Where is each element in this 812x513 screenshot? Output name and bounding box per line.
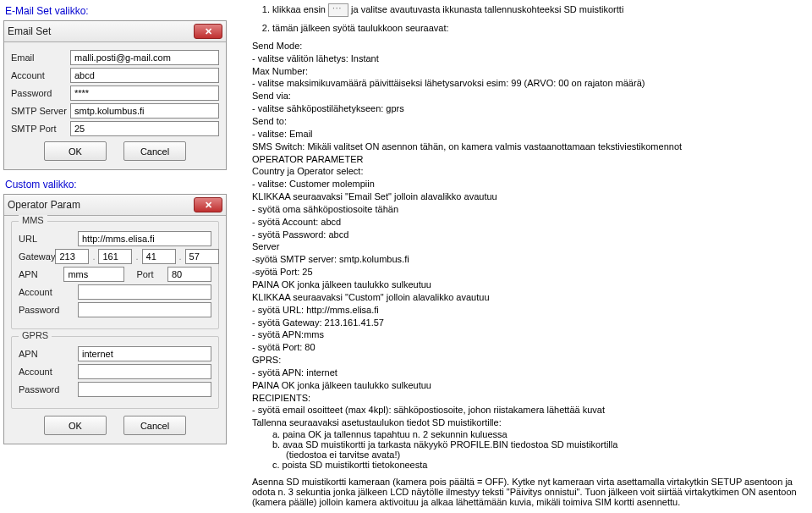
instruction-line: Server xyxy=(252,240,805,253)
gprs-group: GPRS APN Account Password xyxy=(11,336,219,409)
mms-url-field[interactable] xyxy=(78,231,211,246)
instruction-step-1: klikkaa ensin ja valitse avautuvasta ikk… xyxy=(272,3,805,17)
instruction-line: Country ja Operator select: xyxy=(252,165,805,178)
instruction-line: Max Number: xyxy=(252,65,805,78)
password-label: Password xyxy=(11,88,70,98)
instruction-line: Tallenna seuraavaksi asetustaulukon tied… xyxy=(252,416,805,429)
smtp-server-field[interactable] xyxy=(70,103,219,119)
mms-apn-label: APN xyxy=(19,269,63,279)
step1-text-b: ja valitse avautuvasta ikkunasta tallenn… xyxy=(351,4,623,14)
smtp-port-label: SMTP Port xyxy=(11,124,70,134)
instruction-line: KLIKKAA seuraavaksi "Custom" jolloin ala… xyxy=(252,291,805,304)
instruction-line: - valitse välitön lähetys: Instant xyxy=(252,52,805,65)
instruction-line: KLIKKAA seuraavaksi "Email Set" jolloin … xyxy=(252,190,805,203)
mms-account-field[interactable] xyxy=(78,284,211,300)
gprs-apn-label: APN xyxy=(19,349,78,359)
mms-port-label: Port xyxy=(136,269,167,279)
mms-apn-field[interactable] xyxy=(63,267,124,282)
instruction-line: - syötä Account: abcd xyxy=(252,216,805,229)
mms-url-label: URL xyxy=(19,234,78,244)
gateway-2-field[interactable] xyxy=(98,249,132,264)
instruction-line: PAINA OK jonka jälkeen taulukko sulkeutu… xyxy=(252,379,805,392)
instruction-line: -syötä Port: 25 xyxy=(252,266,805,279)
gprs-account-label: Account xyxy=(19,367,78,377)
gprs-password-field[interactable] xyxy=(78,382,211,397)
instruction-line: - valitse sähköpostilähetykseen: gprs xyxy=(252,102,805,115)
dot-icon: . xyxy=(179,251,182,262)
operator-param-window: Operator Param ✕ MMS URL Gateway . . . xyxy=(3,194,227,444)
footer-paragraph: Asenna SD muistikortti kameraan (kamera … xyxy=(252,477,805,507)
mms-password-label: Password xyxy=(19,305,78,315)
instruction-line: - valitse maksimikuvamäärä päivittäiseks… xyxy=(252,77,805,90)
substep-a: a. paina OK ja tallennus tapahtuu n. 2 s… xyxy=(252,429,805,439)
gateway-4-field[interactable] xyxy=(185,249,219,264)
instruction-line: OPERATOR PARAMETER xyxy=(252,153,805,166)
gprs-account-field[interactable] xyxy=(78,364,211,379)
operator-param-titlebar[interactable]: Operator Param ✕ xyxy=(4,195,226,216)
smtp-port-field[interactable] xyxy=(70,121,219,136)
instruction-line: - syötä URL: http://mms.elisa.fi xyxy=(252,304,805,317)
mms-legend: MMS xyxy=(19,215,47,225)
gprs-legend: GPRS xyxy=(19,330,52,340)
instruction-line: - syötä Gateway: 213.161.41.57 xyxy=(252,317,805,329)
instruction-line: SMS Switch: Mikäli valitset ON asennon t… xyxy=(252,141,805,153)
email-set-window: Email Set ✕ Email Account Password SMTP … xyxy=(3,20,227,170)
close-icon[interactable]: ✕ xyxy=(194,197,222,212)
substep-b-note: (tiedostoa ei tarvitse avata!) xyxy=(252,450,805,460)
email-set-heading: E-Mail Set valikko: xyxy=(5,5,232,17)
substep-c: c. poista SD muistikortti tietokoneesta xyxy=(252,460,805,470)
gprs-apn-field[interactable] xyxy=(78,346,211,361)
gateway-3-field[interactable] xyxy=(142,249,176,264)
step1-text-a: klikkaa ensin xyxy=(272,4,328,14)
cancel-button[interactable]: Cancel xyxy=(123,416,186,435)
instruction-line: - syötä Port: 80 xyxy=(252,341,805,354)
mms-group: MMS URL Gateway . . . APN Port xyxy=(11,221,219,329)
operator-param-title: Operator Param xyxy=(8,199,80,211)
ok-button[interactable]: OK xyxy=(44,416,107,435)
instruction-line: RECIPIENTS: xyxy=(252,392,805,405)
close-icon[interactable]: ✕ xyxy=(194,24,222,39)
ok-button[interactable]: OK xyxy=(44,141,107,161)
account-label: Account xyxy=(11,70,70,80)
cancel-button[interactable]: Cancel xyxy=(123,141,186,161)
email-set-title: Email Set xyxy=(8,25,51,37)
instruction-line: Send Mode: xyxy=(252,40,805,52)
instruction-line: - valitse: Email xyxy=(252,128,805,141)
instruction-line: Send via: xyxy=(252,90,805,102)
dot-icon: . xyxy=(92,251,95,262)
instruction-line: PAINA OK jonka jälkeen taulukko sulkeutu… xyxy=(252,279,805,291)
email-field[interactable] xyxy=(70,50,219,65)
account-field[interactable] xyxy=(70,68,219,83)
custom-heading: Custom valikko: xyxy=(5,179,232,190)
dot-icon: . xyxy=(135,251,138,262)
instruction-line: GPRS: xyxy=(252,354,805,367)
instruction-line: - valitse: Customer molempiin xyxy=(252,178,805,190)
mms-gateway-label: Gateway xyxy=(19,251,55,262)
instruction-line: -syötä SMTP server: smtp.kolumbus.fi xyxy=(252,253,805,266)
browse-button-icon xyxy=(328,3,348,17)
mms-password-field[interactable] xyxy=(78,302,211,317)
gprs-password-label: Password xyxy=(19,384,78,394)
instruction-step-2: tämän jälkeen syötä taulukkoon seuraavat… xyxy=(272,22,805,35)
smtp-server-label: SMTP Server xyxy=(11,106,70,116)
substep-b: b. avaa SD muistikortti ja tarkasta näky… xyxy=(252,439,805,450)
mms-account-label: Account xyxy=(19,287,78,297)
email-set-titlebar[interactable]: Email Set ✕ xyxy=(4,21,226,42)
gateway-1-field[interactable] xyxy=(55,249,89,264)
instruction-line: - syötä APN:mms xyxy=(252,328,805,341)
password-field[interactable] xyxy=(70,86,219,101)
instruction-line: Send to: xyxy=(252,115,805,128)
instruction-line: - syötä Password: abcd xyxy=(252,229,805,241)
instruction-line: - syötä oma sähköpostiosoite tähän xyxy=(252,203,805,216)
instruction-line: - syötä email osoitteet (max 4kpl): sähk… xyxy=(252,404,805,416)
instructions-panel: klikkaa ensin ja valitse avautuvasta ikk… xyxy=(252,3,805,507)
mms-port-field[interactable] xyxy=(167,267,211,282)
instruction-line: - syötä APN: internet xyxy=(252,367,805,379)
email-label: Email xyxy=(11,52,70,63)
